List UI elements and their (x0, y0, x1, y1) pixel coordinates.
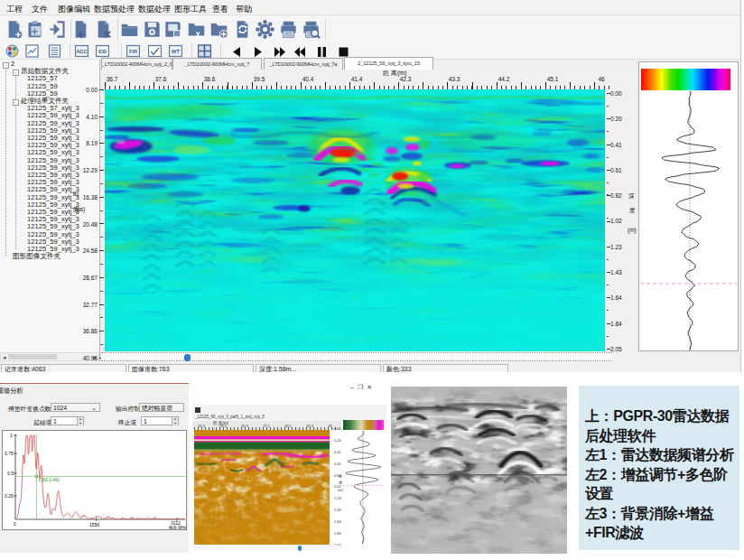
svg-text:1: 1 (10, 433, 13, 438)
svg-text:WT: WT (172, 49, 181, 54)
svg-text:FIR: FIR (129, 49, 137, 54)
svg-text:0.25: 0.25 (5, 493, 14, 499)
svg-text:1556: 1556 (89, 522, 99, 527)
svg-text:频率 MHz: 频率 MHz (169, 526, 186, 529)
svg-text:0.5: 0.5 (7, 471, 14, 476)
svg-text:EΘ: EΘ (98, 49, 107, 54)
svg-text:0.75: 0.75 (5, 451, 14, 456)
svg-text:0: 0 (14, 521, 16, 527)
svg-text:(390,0.49): (390,0.49) (39, 477, 60, 482)
svg-text:AGC: AGC (76, 49, 87, 54)
